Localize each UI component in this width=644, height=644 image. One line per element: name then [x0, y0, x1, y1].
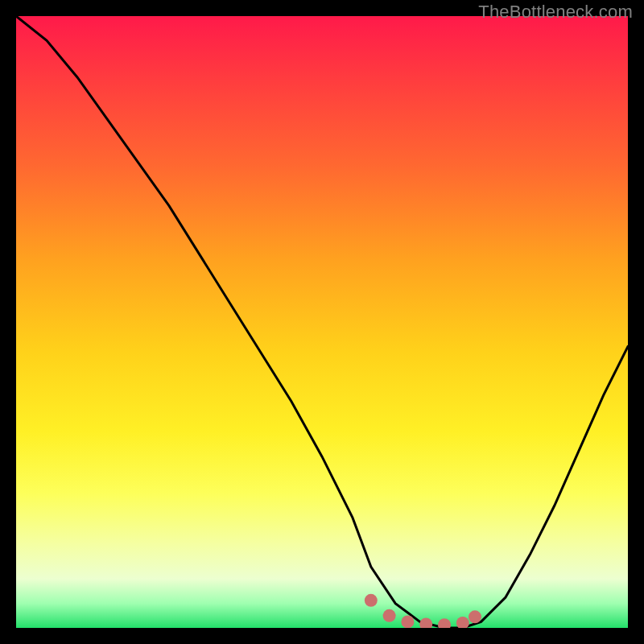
curve-marker	[383, 609, 396, 622]
chart-svg	[16, 16, 628, 628]
curve-marker	[456, 617, 469, 628]
watermark-text: TheBottleneck.com	[478, 2, 633, 23]
chart-stage: TheBottleneck.com	[0, 0, 644, 644]
curve-marker	[419, 617, 432, 628]
bottleneck-curve	[16, 16, 628, 628]
curve-marker	[365, 594, 378, 607]
curve-marker	[438, 618, 451, 628]
plot-area	[16, 16, 628, 628]
bottleneck-markers	[365, 594, 481, 628]
curve-marker	[469, 610, 481, 623]
curve-marker	[401, 615, 414, 628]
